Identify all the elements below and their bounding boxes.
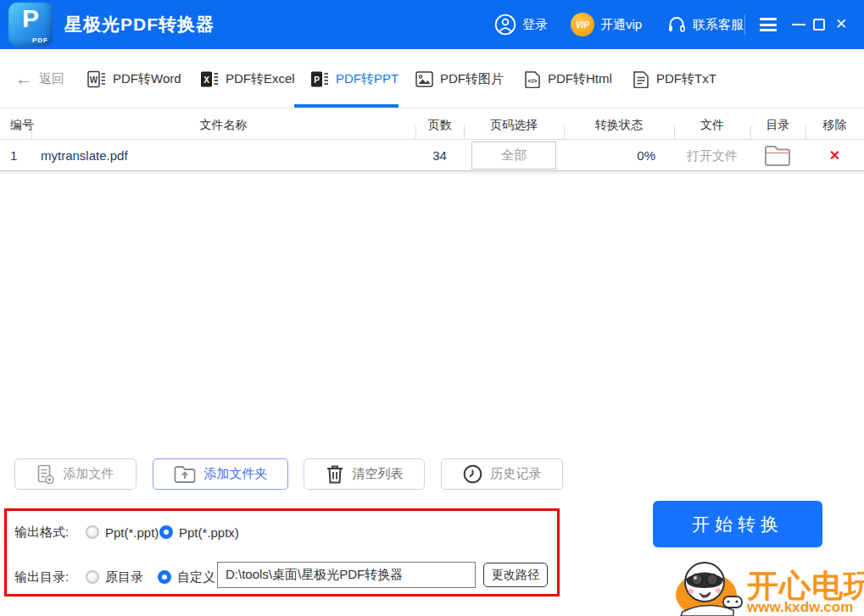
contact-service-button[interactable]: 联系客服	[666, 0, 744, 49]
tab-pdf-to-html[interactable]: </> PDF转Html	[524, 49, 612, 108]
login-label: 登录	[522, 17, 548, 33]
excel-doc-icon: X	[200, 70, 219, 88]
change-path-button[interactable]: 更改路径	[483, 563, 548, 587]
col-file: 文件	[674, 109, 750, 140]
col-index: 编号	[5, 109, 34, 140]
radio-pptx[interactable]	[159, 525, 173, 539]
kxdw-watermark: 开心电玩 www.kxdw.com	[674, 559, 864, 616]
person-icon	[494, 14, 516, 36]
col-page-select: 页码选择	[464, 109, 564, 140]
add-file-icon	[37, 464, 55, 485]
col-filename: 文件名称	[31, 109, 415, 140]
watermark-site-name: 开心电玩	[746, 569, 864, 603]
col-status: 转换状态	[564, 109, 674, 140]
col-remove: 移除	[805, 109, 864, 140]
tab-pdf-to-image[interactable]: PDF转图片	[415, 49, 504, 108]
tab-pdf-to-txt[interactable]: PDF转TxT	[633, 49, 716, 108]
tab-label: PDF转Excel	[226, 71, 295, 87]
maximize-button[interactable]	[813, 19, 825, 31]
tab-pdf-to-word[interactable]: W PDF转Word	[87, 49, 181, 108]
svg-text:P: P	[314, 75, 320, 84]
tab-label: PDF转Word	[113, 71, 181, 87]
app-title: 星极光PDF转换器	[64, 0, 215, 49]
radio-original-dir-label[interactable]: 原目录	[105, 569, 143, 585]
clock-icon	[463, 464, 482, 484]
row-pages: 34	[415, 140, 464, 171]
col-pages: 页数	[415, 109, 464, 140]
remove-file-button[interactable]: ✕	[805, 140, 864, 171]
back-arrow-icon: ←	[15, 69, 32, 89]
add-file-label: 添加文件	[64, 466, 114, 482]
open-file-link[interactable]: 打开文件	[674, 140, 750, 171]
file-table-header: 编号 文件名称 页数 页码选择 转换状态 文件 目录 移除	[0, 109, 864, 140]
output-dir-row: 输出目录: 原目录 自定义 更改路径	[7, 564, 557, 590]
menu-icon[interactable]	[760, 18, 777, 31]
clear-list-button[interactable]: 清空列表	[304, 458, 425, 490]
radio-custom-dir-label[interactable]: 自定义	[177, 569, 215, 585]
open-vip-button[interactable]: VIP 开通vip	[571, 0, 642, 49]
headset-icon	[666, 14, 687, 35]
back-label: 返回	[39, 71, 64, 87]
ppt-doc-icon: P	[310, 70, 329, 88]
tab-label: PDF转PPT	[336, 71, 399, 87]
radio-ppt[interactable]	[86, 525, 99, 539]
svg-text:W: W	[90, 75, 98, 84]
history-button[interactable]: 历史记录	[441, 458, 563, 490]
svg-text:</>: </>	[527, 77, 538, 85]
login-button[interactable]: 登录	[494, 0, 548, 49]
word-doc-icon: W	[87, 70, 106, 88]
add-folder-label: 添加文件夹	[204, 466, 268, 482]
logo-pdf-label: PDF	[32, 36, 48, 44]
row-index: 1	[5, 140, 34, 171]
tab-label: PDF转Html	[548, 71, 612, 87]
titlebar: P PDF 星极光PDF转换器 登录 VIP 开通vip 联系客服	[0, 0, 864, 49]
tab-pdf-to-excel[interactable]: X PDF转Excel	[200, 49, 295, 108]
radio-pptx-label[interactable]: Ppt(*.pptx)	[179, 525, 239, 540]
add-folder-icon	[174, 465, 196, 484]
pdf-converter-window: { "titlebar": { "app_title": "星极光PDF转换器"…	[0, 0, 864, 616]
html-doc-icon: </>	[524, 70, 541, 88]
svg-text:X: X	[203, 75, 209, 84]
logo-letter: P	[8, 4, 53, 33]
tab-pdf-to-ppt[interactable]: P PDF转PPT	[310, 49, 399, 108]
add-file-button[interactable]: 添加文件	[14, 458, 137, 490]
radio-ppt-label[interactable]: Ppt(*.ppt)	[105, 525, 159, 540]
vip-badge-icon: VIP	[571, 13, 594, 36]
vip-label: 开通vip	[600, 17, 642, 33]
folder-icon	[764, 145, 793, 167]
trash-icon	[326, 464, 344, 485]
output-format-label: 输出格式:	[14, 524, 69, 541]
clear-list-label: 清空列表	[353, 466, 404, 482]
tab-label: PDF转图片	[440, 71, 504, 87]
add-folder-button[interactable]: 添加文件夹	[153, 458, 288, 490]
row-status: 0%	[564, 140, 674, 171]
gamepad-icon	[723, 597, 742, 608]
output-path-input[interactable]	[217, 562, 476, 588]
row-filename: mytranslate.pdf	[41, 140, 128, 171]
radio-custom-dir[interactable]	[158, 570, 171, 584]
start-convert-button[interactable]: 开始转换	[653, 501, 822, 547]
watermark-site-url: www.kxdw.com	[746, 599, 853, 615]
active-tab-indicator	[294, 104, 399, 108]
open-dir-button[interactable]	[750, 140, 805, 171]
minimize-button[interactable]	[792, 24, 805, 25]
radio-original-dir[interactable]	[86, 570, 99, 584]
table-row: 1 mytranslate.pdf 34 全部 0% 打开文件 ✕	[0, 140, 864, 171]
page-select-dropdown[interactable]: 全部	[471, 142, 556, 169]
output-format-row: 输出格式: Ppt(*.ppt) Ppt(*.pptx)	[7, 519, 557, 545]
back-button[interactable]: ← 返回	[15, 49, 64, 108]
service-label: 联系客服	[693, 17, 744, 33]
app-logo-icon: P PDF	[8, 3, 53, 47]
col-dir: 目录	[750, 109, 805, 140]
tabbar: ← 返回 W PDF转Word X PDF转Excel P PDF转PPT	[0, 49, 864, 108]
close-button[interactable]: ✕	[833, 15, 849, 34]
titlebar-divider	[744, 14, 745, 35]
image-doc-icon	[415, 70, 433, 88]
history-label: 历史记录	[491, 466, 542, 482]
txt-doc-icon	[633, 70, 649, 88]
output-dir-label: 输出目录:	[14, 569, 69, 585]
output-options-panel: 输出格式: Ppt(*.ppt) Ppt(*.pptx) 输出目录: 原目录 自…	[4, 508, 560, 597]
tab-label: PDF转TxT	[656, 71, 716, 87]
